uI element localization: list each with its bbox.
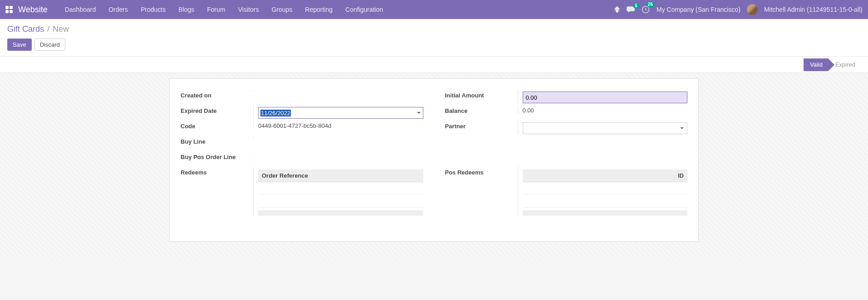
- label-created-on: Created on: [181, 90, 253, 99]
- activity-icon[interactable]: 26: [641, 5, 650, 14]
- table-row: [258, 210, 423, 216]
- expired-date-value: 11/26/2022: [260, 110, 291, 116]
- label-code: Code: [181, 121, 253, 130]
- apps-icon[interactable]: [5, 6, 13, 13]
- label-partner: Partner: [445, 121, 518, 130]
- nav-configuration[interactable]: Configuration: [339, 6, 389, 13]
- nav-products[interactable]: Products: [134, 6, 172, 13]
- chevron-down-icon[interactable]: [680, 126, 684, 131]
- pos-redeems-table: ID: [523, 169, 688, 216]
- chevron-down-icon[interactable]: [417, 111, 421, 115]
- chat-badge: 5: [633, 3, 639, 9]
- table-row: [258, 195, 423, 208]
- form-container: Created on Expired Date 11/26/2022 Code: [0, 73, 868, 260]
- nav-reporting[interactable]: Reporting: [299, 6, 339, 13]
- breadcrumb: Gift Cards / New: [7, 24, 861, 34]
- label-balance: Balance: [445, 105, 518, 114]
- redeems-header: Order Reference: [258, 169, 423, 182]
- code-value: 0449-6001-4727-bc5b-804d: [258, 122, 331, 129]
- messaging-icon[interactable]: 5: [627, 6, 635, 13]
- label-buy-pos-order-line: Buy Pos Order Line: [181, 151, 253, 160]
- activity-badge: 26: [646, 1, 655, 7]
- table-row: [523, 182, 688, 195]
- partner-select[interactable]: [523, 122, 688, 134]
- user-menu[interactable]: Mitchell Admin (11249511-15-0-all): [764, 6, 863, 13]
- systray: 5 26 My Company (San Francisco) Mitchell…: [614, 4, 863, 15]
- control-panel: Gift Cards / New Save Discard: [0, 19, 868, 57]
- brand[interactable]: Website: [18, 5, 48, 15]
- discard-button[interactable]: Discard: [34, 39, 65, 51]
- breadcrumb-current: New: [53, 24, 69, 34]
- nav-dashboard[interactable]: Dashboard: [59, 6, 103, 13]
- statusbar: Valid Expired: [0, 57, 868, 73]
- label-redeems: Redeems: [181, 167, 253, 176]
- label-buy-line: Buy Line: [181, 136, 253, 145]
- company-switcher[interactable]: My Company (San Francisco): [657, 6, 740, 13]
- nav-orders[interactable]: Orders: [102, 6, 134, 13]
- right-column: Initial Amount Balance 0.00 Partner: [445, 90, 688, 216]
- table-row: [523, 210, 688, 216]
- nav-groups[interactable]: Groups: [265, 6, 299, 13]
- table-row: [258, 182, 423, 195]
- label-pos-redeems: Pos Redeems: [445, 167, 518, 176]
- breadcrumb-root[interactable]: Gift Cards: [7, 24, 44, 34]
- nav-visitors[interactable]: Visitors: [232, 6, 265, 13]
- table-row: [523, 195, 688, 208]
- navbar: Website Dashboard Orders Products Blogs …: [0, 0, 868, 19]
- form-sheet: Created on Expired Date 11/26/2022 Code: [169, 78, 699, 242]
- left-column: Created on Expired Date 11/26/2022 Code: [181, 90, 423, 216]
- nav-blogs[interactable]: Blogs: [172, 6, 201, 13]
- initial-amount-input[interactable]: [523, 92, 688, 103]
- label-expired-date: Expired Date: [181, 105, 253, 114]
- balance-value: 0.00: [523, 106, 534, 114]
- save-button[interactable]: Save: [7, 39, 32, 51]
- redeems-table: Order Reference: [258, 169, 423, 216]
- label-initial-amount: Initial Amount: [445, 90, 518, 99]
- nav-menu: Dashboard Orders Products Blogs Forum Vi…: [59, 6, 390, 13]
- debug-icon[interactable]: [614, 6, 620, 13]
- nav-forum[interactable]: Forum: [201, 6, 231, 13]
- status-valid[interactable]: Valid: [804, 58, 828, 71]
- expired-date-input[interactable]: 11/26/2022: [258, 107, 423, 119]
- pos-redeems-header: ID: [523, 169, 688, 182]
- avatar[interactable]: [747, 4, 758, 15]
- status-expired[interactable]: Expired: [828, 58, 863, 71]
